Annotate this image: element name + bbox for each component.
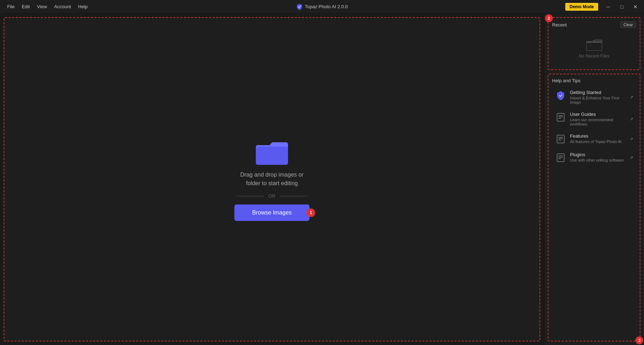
drop-area[interactable]: Drag and drop images orfolder to start e… bbox=[4, 17, 540, 341]
features-title: Features bbox=[570, 133, 626, 139]
no-recent-files: No Recent Files bbox=[552, 31, 636, 66]
browse-btn-wrapper: Browse Images 1 bbox=[234, 204, 309, 221]
svg-rect-7 bbox=[557, 135, 564, 143]
user-guides-desc: Learn our recommended workflows bbox=[570, 118, 626, 126]
menu-file[interactable]: File bbox=[4, 3, 18, 11]
help-section: 3 Help and Tips Getting Started Import &… bbox=[548, 74, 640, 341]
features-text: Features All features of Topaz Photo AI bbox=[570, 133, 626, 144]
help-item-getting-started[interactable]: Getting Started Import & Enhance Your Fi… bbox=[552, 86, 636, 108]
getting-started-icon bbox=[555, 90, 566, 101]
maximize-button[interactable]: □ bbox=[615, 1, 628, 12]
app-title: Topaz Photo AI 2.0.0 bbox=[296, 4, 348, 10]
help-tips-title: Help and Tips bbox=[552, 78, 636, 83]
features-desc: All features of Topaz Photo AI bbox=[570, 139, 626, 144]
title-bar: File Edit View Account Help Topaz Photo … bbox=[0, 0, 644, 14]
user-guides-icon bbox=[555, 112, 566, 123]
help-item-user-guides[interactable]: User Guides Learn our recommended workfl… bbox=[552, 108, 636, 130]
empty-folder-icon bbox=[586, 38, 602, 51]
browse-images-button[interactable]: Browse Images bbox=[234, 204, 309, 221]
features-icon bbox=[555, 133, 566, 145]
menu-bar: File Edit View Account Help bbox=[0, 3, 91, 11]
minimize-button[interactable]: ─ bbox=[602, 1, 615, 12]
menu-help[interactable]: Help bbox=[75, 3, 91, 11]
svg-rect-1 bbox=[256, 147, 288, 165]
external-link-icon-3: ↗ bbox=[630, 137, 633, 142]
user-guides-text: User Guides Learn our recommended workfl… bbox=[570, 112, 626, 126]
window-controls: Demo Mode ─ □ ✕ bbox=[565, 1, 644, 12]
no-recent-label: No Recent Files bbox=[579, 54, 609, 59]
help-item-features[interactable]: Features All features of Topaz Photo AI … bbox=[552, 130, 636, 148]
getting-started-desc: Import & Enhance Your First Image bbox=[570, 96, 626, 104]
plugins-desc: Use with other editing software bbox=[570, 158, 626, 162]
clear-recent-button[interactable]: Clear bbox=[620, 21, 636, 28]
menu-view[interactable]: View bbox=[34, 3, 50, 11]
close-button[interactable]: ✕ bbox=[629, 1, 642, 12]
badge-3: 3 bbox=[635, 336, 643, 344]
app-logo-icon bbox=[296, 4, 303, 10]
getting-started-text: Getting Started Import & Enhance Your Fi… bbox=[570, 90, 626, 104]
external-link-icon-2: ↗ bbox=[630, 117, 633, 122]
app-name-label: Topaz Photo AI 2.0.0 bbox=[305, 4, 348, 9]
external-link-icon-1: ↗ bbox=[630, 95, 633, 100]
plugins-title: Plugins bbox=[570, 152, 626, 157]
svg-rect-3 bbox=[557, 113, 564, 121]
drop-text: Drag and drop images orfolder to start e… bbox=[240, 171, 304, 188]
help-item-plugins[interactable]: Plugins Use with other editing software … bbox=[552, 148, 636, 167]
svg-rect-11 bbox=[557, 154, 564, 162]
menu-account[interactable]: Account bbox=[51, 3, 74, 11]
folder-icon bbox=[256, 138, 288, 165]
demo-mode-button[interactable]: Demo Mode bbox=[565, 3, 598, 11]
badge-2: 2 bbox=[545, 14, 553, 22]
menu-edit[interactable]: Edit bbox=[19, 3, 33, 11]
badge-1: 1 bbox=[307, 208, 315, 217]
recent-section: 2 Recent Clear No Recent Files bbox=[548, 17, 640, 70]
external-link-icon-4: ↗ bbox=[630, 155, 633, 160]
sidebar: 2 Recent Clear No Recent Files 3 Help an… bbox=[544, 14, 644, 345]
getting-started-title: Getting Started bbox=[570, 90, 626, 95]
recent-header: Recent Clear bbox=[552, 21, 636, 28]
plugins-text: Plugins Use with other editing software bbox=[570, 152, 626, 162]
main-layout: Drag and drop images orfolder to start e… bbox=[0, 14, 644, 345]
or-divider: OR bbox=[236, 193, 308, 199]
recent-title: Recent bbox=[552, 22, 567, 28]
plugins-icon bbox=[555, 152, 566, 163]
drop-content: Drag and drop images orfolder to start e… bbox=[234, 138, 309, 221]
user-guides-title: User Guides bbox=[570, 112, 626, 117]
